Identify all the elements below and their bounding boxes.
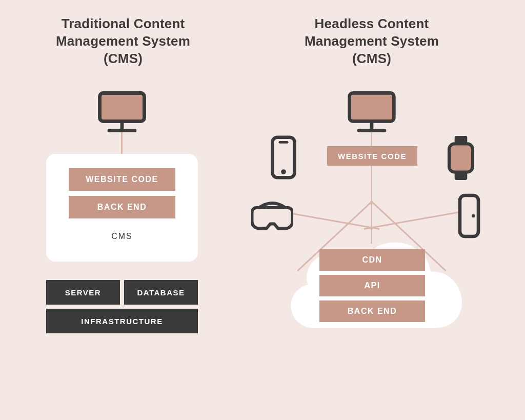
traditional-back-end: BACK END — [69, 196, 175, 218]
headless-back-end: BACK END — [319, 301, 425, 322]
headless-title-line1: Headless Content — [315, 16, 429, 31]
headless-api: API — [319, 275, 425, 296]
phone-icon — [269, 134, 298, 181]
traditional-title: Traditional Content Management System (C… — [46, 15, 200, 67]
vr-headset-icon — [251, 199, 293, 232]
speaker-icon — [456, 193, 482, 239]
database-box: DATABASE — [124, 280, 198, 305]
smartwatch-icon — [445, 134, 477, 182]
svg-point-8 — [281, 169, 286, 174]
headless-cdn: CDN — [319, 249, 425, 271]
traditional-title-line1: Traditional Content — [62, 16, 185, 31]
traditional-title-line2: Management System — [56, 33, 190, 49]
monitor-icon-headless — [346, 89, 397, 137]
svg-rect-4 — [350, 93, 394, 121]
headless-website-code: WEBSITE CODE — [327, 146, 417, 166]
svg-point-14 — [472, 214, 475, 218]
server-box: SERVER — [46, 280, 120, 305]
svg-rect-13 — [460, 195, 478, 236]
monitor-icon — [96, 89, 148, 137]
headless-title-line3: (CMS) — [352, 51, 391, 66]
traditional-title-line3: (CMS) — [104, 51, 143, 66]
cms-caption: CMS — [69, 232, 175, 241]
svg-rect-12 — [449, 144, 473, 172]
headless-title-line2: Management System — [305, 33, 439, 49]
svg-rect-0 — [100, 93, 145, 121]
traditional-website-code: WEBSITE CODE — [69, 168, 175, 191]
headless-title: Headless Content Management System (CMS) — [295, 15, 449, 67]
infrastructure-box: INFRASTRUCTURE — [46, 309, 198, 333]
